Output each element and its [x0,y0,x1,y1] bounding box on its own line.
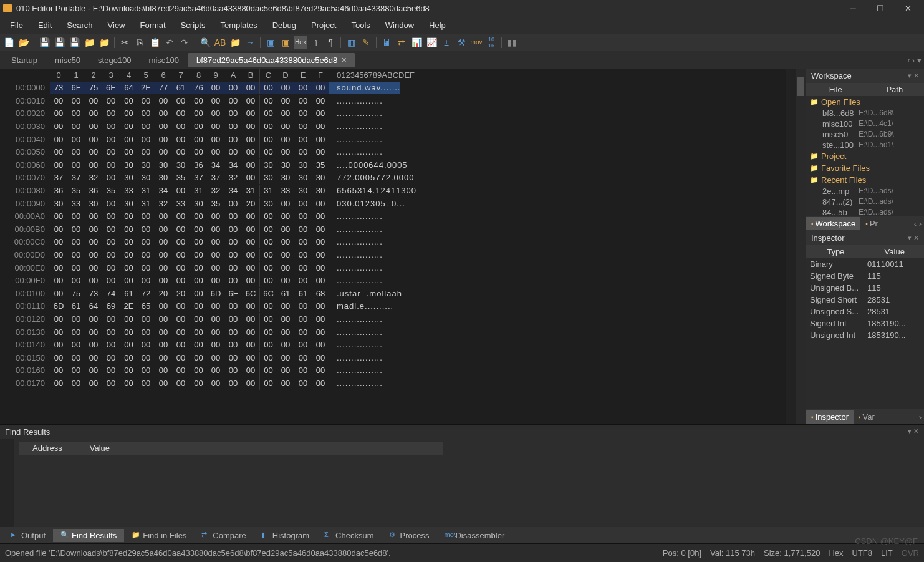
hex-row[interactable]: 00:003000000000000000000000000000000000.… [0,120,786,133]
file-tab[interactable]: Startup [2,52,46,67]
scrollbar-thumb[interactable] [797,77,804,96]
tab-nav[interactable]: ‹ › ▾ [907,56,924,65]
menu-view[interactable]: View [100,19,133,32]
inspector-row[interactable]: Signed Byte115 [806,270,924,282]
run-script-icon[interactable]: 1016 [485,36,498,49]
edit-icon[interactable]: ✎ [360,36,372,49]
hex-row[interactable]: 00:00C000000000000000000000000000000000.… [0,236,786,249]
ascii[interactable]: ................ [329,249,383,261]
hex-editor[interactable]: 0123456789ABCDEF 0123456789ABCDEF 00:000… [0,69,786,424]
bottom-tab-disassembler[interactable]: movDisassembler [436,529,512,542]
tree-item[interactable]: misc100E:\D...4c1\ [806,119,924,129]
bottom-tab-output[interactable]: ►Output [2,529,53,542]
ascii[interactable]: ................ [329,120,383,133]
status-enc[interactable]: Hex [829,548,843,558]
compare-icon[interactable]: ⇄ [395,36,408,49]
disasm-icon[interactable]: mov [470,36,483,49]
hex-mode-icon[interactable]: Hex [294,36,307,49]
ascii[interactable]: ................ [329,262,383,274]
hex-row[interactable]: 00:00A000000000000000000000000000000000.… [0,210,786,223]
hex-row[interactable]: 00:0070373732003030303537373200303030307… [0,172,786,185]
inspector-row[interactable]: Signed Short28531 [806,294,924,306]
find-icon[interactable]: 🔍 [199,36,211,49]
hex-row[interactable]: 00:005000000000000000000000000000000000.… [0,146,786,159]
tree-item[interactable]: misc50E:\D...6b9\ [806,129,924,140]
pin-icon[interactable]: ▾ ✕ [908,72,919,80]
scrollbar-vertical[interactable] [796,69,806,424]
toggle-icon[interactable]: ¶ [324,36,337,49]
find-string-icon[interactable]: AB [214,36,226,49]
status-endian[interactable]: LIT [881,548,893,558]
inspector-row[interactable]: Unsigned Int1853190... [806,329,924,341]
copy-icon[interactable]: ⎘ [133,36,146,49]
hex-row[interactable]: 00:016000000000000000000000000000000000.… [0,364,786,377]
ascii[interactable]: ................ [329,352,383,364]
calc-icon[interactable]: 🖩 [380,36,393,49]
bottom-tab-compare[interactable]: ⇄Compare [194,529,253,542]
ascii[interactable]: ................ [329,107,383,120]
menu-project[interactable]: Project [304,19,344,32]
tree-item[interactable]: 847...(2)E:\D...ads\ [806,196,924,207]
hex-row[interactable]: 00:00F000000000000000000000000000000000.… [0,274,786,288]
hex-row[interactable]: 00:017000000000000000000000000000000000.… [0,377,786,390]
menu-file[interactable]: File [2,19,31,32]
hex-row[interactable]: 00:00B000000000000000000000000000000000.… [0,223,786,236]
hex-row[interactable]: 00:01106D6164692E6500000000000000000000m… [0,300,786,313]
inspector-row[interactable]: Signed Int1853190... [806,317,924,329]
hex-row[interactable]: 00:0000736F756E642E77617600000000000000s… [0,82,786,95]
save-all-icon[interactable]: 💾 [53,36,65,49]
hex-row[interactable]: 00:013000000000000000000000000000000000.… [0,326,786,339]
bookmark-icon[interactable]: ▣ [264,36,277,49]
file-tab[interactable]: bf87ed29ac5a46d0aa433880dac5e6d8✕ [188,53,355,67]
hex-row[interactable]: 00:002000000000000000000000000000000000.… [0,107,786,120]
tree-group[interactable]: Open Files [806,96,924,108]
tree-group[interactable]: Recent Files [806,174,924,186]
find-in-files-icon[interactable]: 📁 [229,36,241,49]
tree-item[interactable]: 2e...mpE:\D...ads\ [806,186,924,196]
hex-row[interactable]: 00:01000075737461722020006D6F6C6C616168.… [0,288,786,301]
close-button[interactable]: ✕ [894,0,922,16]
tree-item[interactable]: ste...100E:\D...5d1\ [806,140,924,150]
inspector-row[interactable]: Unsigned B...115 [806,282,924,294]
cut-icon[interactable]: ✂ [118,36,131,49]
ascii[interactable]: 030.012305. 0... [329,198,405,210]
minimize-button[interactable]: ─ [839,0,867,16]
file-tab[interactable]: misc100 [140,52,188,67]
ascii[interactable]: ................ [329,313,383,326]
tree-item[interactable]: 84...5bE:\D...ads\ [806,207,924,216]
ascii[interactable]: ................ [329,377,383,390]
ascii[interactable]: 772.0005772.0000 [329,172,414,184]
ascii[interactable]: ................ [329,146,383,158]
tree-group[interactable]: Project [806,150,924,162]
menu-debug[interactable]: Debug [265,19,304,32]
workspace-tree[interactable]: Open Filesbf8...6d8E:\D...6d8\misc100E:\… [806,96,924,216]
paste-icon[interactable]: 📋 [148,36,161,49]
save-icon[interactable]: 💾 [38,36,51,49]
tab-nav-right[interactable]: › [917,412,924,422]
hex-row[interactable]: 00:014000000000000000000000000000000000.… [0,339,786,352]
menu-templates[interactable]: Templates [213,19,264,32]
hex-row[interactable]: 00:00E000000000000000000000000000000000.… [0,261,786,274]
text-mode-icon[interactable]: ⫿ [309,36,322,49]
minimap[interactable] [786,69,796,424]
new-file-icon[interactable]: 📄 [2,36,15,49]
col-address[interactable]: Address [19,442,76,455]
ascii[interactable]: ................ [329,326,383,339]
bottom-tab-find-results[interactable]: 🔍Find Results [53,529,124,542]
inspector-row[interactable]: Binary01110011 [806,258,924,270]
hex-row[interactable]: 00:015000000000000000000000000000000000.… [0,351,786,364]
status-ovr[interactable]: OVR [902,548,919,558]
bottom-tab-checksum[interactable]: ΣChecksum [317,529,381,542]
ascii[interactable]: ....0000644.0005 [329,159,408,172]
hex-row[interactable]: 00:012000000000000000000000000000000000.… [0,313,786,326]
tree-group[interactable]: Favorite Files [806,162,924,174]
open-folder-icon[interactable]: 📁 [83,36,95,49]
menu-scripts[interactable]: Scripts [173,19,213,32]
ascii[interactable]: ................ [329,274,383,287]
status-charset[interactable]: UTF8 [852,548,873,558]
pin-icon[interactable]: ▾ ✕ [908,427,919,437]
menu-edit[interactable]: Edit [31,19,59,32]
hex-row[interactable]: 00:001000000000000000000000000000000000.… [0,95,786,108]
highlight-icon[interactable]: ▣ [279,36,292,49]
menu-help[interactable]: Help [421,19,453,32]
